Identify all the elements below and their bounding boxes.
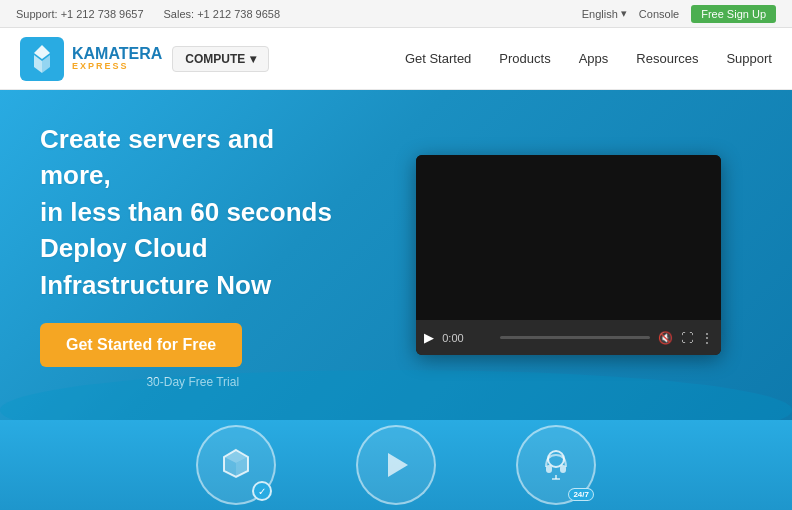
mute-icon[interactable]: 🔇 bbox=[658, 331, 673, 345]
nav-bar: KAMATERA EXPRESS COMPUTE ▾ Get Started P… bbox=[0, 28, 792, 90]
play-button[interactable]: ▶ bbox=[424, 330, 434, 345]
feature-icon-2 bbox=[356, 425, 436, 505]
console-link[interactable]: Console bbox=[639, 8, 679, 20]
more-icon[interactable]: ⋮ bbox=[701, 331, 713, 345]
hero-section: Create servers and more, in less than 60… bbox=[0, 90, 792, 420]
headset-icon bbox=[536, 445, 576, 485]
arrow-icon bbox=[376, 445, 416, 485]
sales-phone: Sales: +1 212 738 9658 bbox=[164, 8, 281, 20]
logo-area: KAMATERA EXPRESS bbox=[20, 37, 162, 81]
top-bar: Support: +1 212 738 9657 Sales: +1 212 7… bbox=[0, 0, 792, 28]
nav-resources[interactable]: Resources bbox=[636, 51, 698, 66]
svg-point-9 bbox=[548, 451, 564, 467]
video-player[interactable]: ▶ 0:00 🔇 ⛶ ⋮ bbox=[416, 155, 721, 355]
cube-icon bbox=[216, 445, 256, 485]
video-icon-group: 🔇 ⛶ ⋮ bbox=[658, 331, 713, 345]
feature-icon-1: ✓ bbox=[196, 425, 276, 505]
free-signup-button[interactable]: Free Sign Up bbox=[691, 5, 776, 23]
nav-products[interactable]: Products bbox=[499, 51, 550, 66]
hero-title-line3: Deploy Cloud Infrastructure Now bbox=[40, 233, 271, 299]
hero-cta-button[interactable]: Get Started for Free bbox=[40, 323, 242, 367]
hero-title: Create servers and more, in less than 60… bbox=[40, 121, 345, 303]
fullscreen-icon[interactable]: ⛶ bbox=[681, 331, 693, 345]
video-screen bbox=[416, 155, 721, 320]
video-controls: ▶ 0:00 🔇 ⛶ ⋮ bbox=[416, 320, 721, 355]
feature-icon-3: 24/7 bbox=[516, 425, 596, 505]
features-section: ✓ 24/7 bbox=[0, 420, 792, 510]
language-selector[interactable]: English ▾ bbox=[582, 7, 627, 20]
language-label: English bbox=[582, 8, 618, 20]
top-bar-left: Support: +1 212 738 9657 Sales: +1 212 7… bbox=[16, 8, 280, 20]
top-bar-right: English ▾ Console Free Sign Up bbox=[582, 5, 776, 23]
support-phone: Support: +1 212 738 9657 bbox=[16, 8, 144, 20]
hero-title-line2: in less than 60 seconds bbox=[40, 197, 332, 227]
hero-content: Create servers and more, in less than 60… bbox=[40, 121, 345, 389]
support-badge: 24/7 bbox=[568, 488, 594, 501]
compute-dropdown-button[interactable]: COMPUTE ▾ bbox=[172, 46, 269, 72]
hero-video-area: ▶ 0:00 🔇 ⛶ ⋮ bbox=[385, 155, 752, 355]
brand-name: KAMATERA EXPRESS bbox=[72, 45, 162, 72]
nav-support[interactable]: Support bbox=[726, 51, 772, 66]
check-icon: ✓ bbox=[258, 486, 266, 497]
main-nav: Get Started Products Apps Resources Supp… bbox=[405, 51, 772, 66]
hero-trial-text: 30-Day Free Trial bbox=[40, 375, 345, 389]
nav-get-started[interactable]: Get Started bbox=[405, 51, 471, 66]
video-time: 0:00 bbox=[442, 332, 492, 344]
svg-marker-8 bbox=[388, 453, 408, 477]
video-progress-bar[interactable] bbox=[500, 336, 650, 339]
hero-title-line1: Create servers and more, bbox=[40, 124, 274, 190]
language-chevron: ▾ bbox=[621, 7, 627, 20]
compute-chevron: ▾ bbox=[250, 52, 256, 66]
check-badge: ✓ bbox=[252, 481, 272, 501]
nav-apps[interactable]: Apps bbox=[579, 51, 609, 66]
kamatera-logo-icon[interactable] bbox=[20, 37, 64, 81]
compute-label: COMPUTE bbox=[185, 52, 245, 66]
